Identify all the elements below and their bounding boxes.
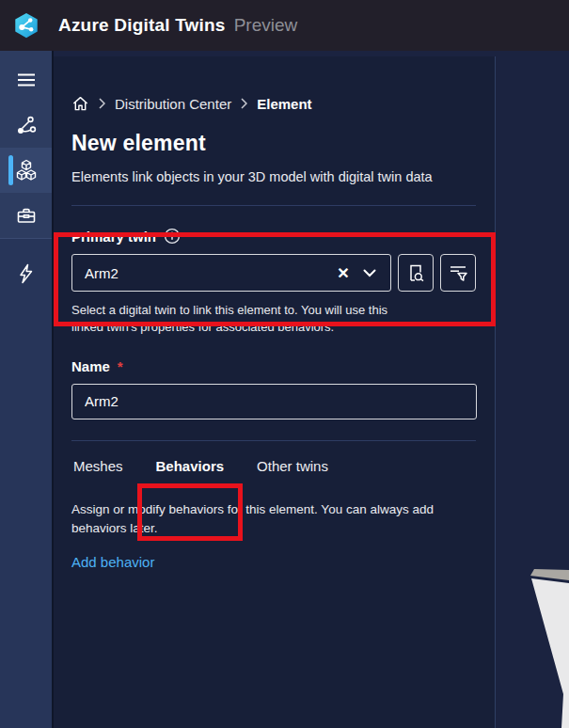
- tab-meshes[interactable]: Meshes: [71, 452, 125, 487]
- name-input[interactable]: [71, 384, 477, 419]
- new-element-panel: Distribution Center Element New element …: [54, 56, 496, 728]
- twin-graph-icon: [15, 114, 38, 136]
- section-divider: [71, 205, 476, 206]
- required-marker: *: [118, 358, 123, 374]
- app-title: Azure Digital Twins: [58, 15, 226, 36]
- menu-toggle-button[interactable]: [0, 57, 52, 103]
- name-label: Name: [71, 358, 110, 374]
- tab-behaviors[interactable]: Behaviors: [154, 452, 227, 487]
- section-divider: [71, 440, 476, 441]
- tab-list: Meshes Behaviors Other twins: [71, 452, 476, 487]
- home-button[interactable]: [71, 95, 89, 112]
- tab-other-twins[interactable]: Other twins: [255, 452, 330, 487]
- screen: Azure Digital Twins Preview: [0, 0, 569, 728]
- name-section: Name *: [71, 358, 476, 419]
- primary-twin-label: Primary twin: [71, 229, 156, 245]
- selected-indicator: [8, 155, 13, 185]
- behaviors-tab-description: Assign or modify behaviors for this elem…: [71, 500, 474, 539]
- combobox-dropdown-button[interactable]: [356, 258, 383, 288]
- filter-lines-icon: [448, 262, 468, 283]
- app-preview-badge: Preview: [234, 15, 298, 36]
- breadcrumb: Distribution Center Element: [71, 92, 476, 115]
- lightning-icon: [15, 262, 38, 285]
- info-icon[interactable]: [164, 228, 181, 245]
- page-title: New element: [71, 131, 476, 156]
- sidebar-top-group: [0, 51, 52, 239]
- cubes-icon: [14, 158, 39, 182]
- home-icon: [71, 95, 89, 112]
- app-bar: Azure Digital Twins Preview: [0, 0, 569, 51]
- inspect-twin-icon: [405, 262, 426, 283]
- chevron-down-icon: [363, 269, 376, 277]
- primary-twin-section: Primary twin Arm2 ✕: [71, 228, 476, 337]
- sidebar-panel-gap: [52, 51, 54, 728]
- azure-digital-twins-logo: [0, 11, 53, 40]
- breadcrumb-item-scene[interactable]: Distribution Center: [115, 96, 231, 112]
- toolbox-icon: [15, 204, 38, 227]
- sidebar: [0, 51, 52, 728]
- 3d-scene-fragment: [496, 555, 569, 728]
- primary-twin-combobox[interactable]: Arm2 ✕: [71, 254, 391, 292]
- sidebar-item-toolbox[interactable]: [0, 193, 52, 238]
- sidebar-item-power[interactable]: [0, 251, 52, 296]
- chevron-right-icon: [99, 98, 105, 109]
- sidebar-item-3d-scenes[interactable]: [0, 148, 52, 193]
- azure-digital-twins-logo-icon: [12, 11, 40, 40]
- primary-twin-value: Arm2: [85, 265, 330, 281]
- chevron-right-icon: [241, 98, 247, 109]
- sidebar-item-twin-graph[interactable]: [0, 103, 52, 148]
- primary-twin-help: Select a digital twin to link this eleme…: [71, 302, 396, 337]
- clear-selection-button[interactable]: ✕: [330, 258, 356, 288]
- breadcrumb-item-current: Element: [257, 96, 311, 112]
- inspect-twin-button[interactable]: [398, 254, 434, 292]
- sidebar-bottom-group: [0, 239, 52, 296]
- hamburger-icon: [15, 69, 38, 91]
- add-behavior-link[interactable]: Add behavior: [71, 554, 154, 570]
- advanced-search-button[interactable]: [440, 254, 476, 292]
- page-subtitle: Elements link objects in your 3D model w…: [71, 167, 466, 187]
